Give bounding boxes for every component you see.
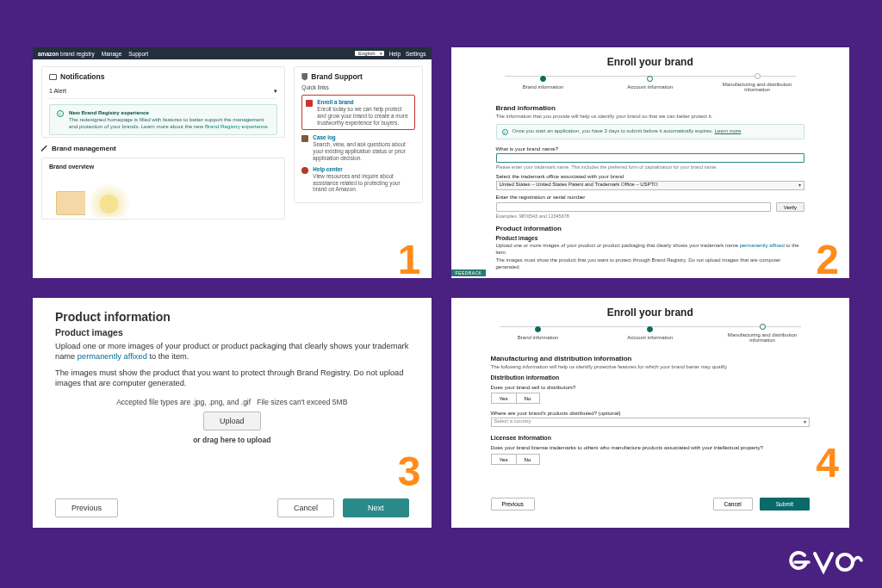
reg-serial-label: Enter the registration or serial number [496, 194, 805, 200]
next-button[interactable]: Next [343, 498, 409, 517]
enroll-icon [306, 100, 313, 107]
enroll-title: Enroll your brand [496, 56, 805, 68]
licensee-question: Does your brand license trademarks to ot… [491, 444, 811, 451]
step1-dot [540, 76, 546, 82]
no-button[interactable]: No [516, 454, 540, 465]
brand-logo: amazon brand registry [38, 51, 95, 57]
nav-help[interactable]: Help [389, 51, 401, 57]
step-number-1: 1 [398, 236, 421, 278]
panel-1-dashboard: amazon brand registry Manage Support Eng… [33, 47, 432, 278]
licensee-heading: Licensee information [491, 435, 811, 441]
notifications-card: Notifications 1 Alert ▾ New Brand Regist… [41, 66, 285, 138]
step-number-2: 2 [816, 236, 839, 278]
notifications-heading: Notifications [49, 72, 277, 81]
panel-3-product-images: Product information Product images Uploa… [33, 298, 432, 529]
brand-overview-card: Brand overview [41, 158, 285, 220]
product-images-p: Upload one or more images of your produc… [496, 243, 805, 256]
progress-steps: Brand information Account information Ma… [505, 73, 797, 92]
accepted-types: Accepted file types are .jpg, .png, and … [55, 398, 409, 406]
step3-dot [760, 324, 766, 330]
language-select[interactable]: English [355, 51, 384, 56]
quicklink-help-center[interactable]: Help centerView resources and inquire ab… [301, 166, 414, 193]
nav-manage[interactable]: Manage [102, 51, 122, 57]
eva-logo [789, 543, 863, 579]
cancel-button[interactable]: Cancel [277, 498, 334, 517]
distributed-where-label: Where are your brand's products distribu… [491, 410, 811, 416]
brand-info-sub: The information that you provide will he… [496, 114, 805, 119]
product-images-p2: The images must show the product that yo… [55, 368, 409, 389]
reg-serial-input[interactable] [496, 202, 771, 212]
panel-2-brand-info: Enroll your brand Brand information Acco… [451, 47, 850, 278]
progress-steps: Brand information Account information Ma… [500, 324, 802, 343]
learn-more-link[interactable]: Learn more [715, 128, 742, 133]
caselog-icon [301, 135, 308, 142]
step1-dot [535, 326, 541, 332]
pencil-icon [41, 145, 48, 152]
drag-label: or drag here to upload [55, 436, 409, 444]
step-number-4: 4 [816, 439, 839, 486]
verify-button[interactable]: Verify [776, 202, 804, 212]
nav-settings[interactable]: Settings [406, 51, 426, 57]
no-button[interactable]: No [516, 393, 540, 404]
step-number-3: 3 [398, 448, 421, 495]
previous-button[interactable]: Previous [491, 498, 535, 511]
tip-box: Once you start an application, you have … [496, 124, 805, 139]
new-experience-banner: New Brand Registry experience The redesi… [49, 104, 277, 135]
sell-distributors-label: Does your brand sell to distributors? [491, 384, 811, 390]
step2-dot [647, 76, 653, 82]
distribution-heading: Distribution information [491, 374, 811, 381]
check-icon [502, 129, 508, 135]
yes-button[interactable]: Yes [491, 393, 516, 404]
trademark-office-label: Select the trademark office associated w… [496, 173, 805, 179]
step3-dot [755, 73, 761, 79]
nav-support[interactable]: Support [128, 51, 148, 57]
licensee-toggle[interactable]: Yes No [491, 454, 811, 465]
feedback-tab[interactable]: FEEDBACK [451, 269, 487, 276]
enroll-title: Enroll your brand [491, 306, 811, 319]
manufacturing-heading: Manufacturing and distribution informati… [491, 355, 811, 362]
topbar: amazon brand registry Manage Support Eng… [33, 47, 432, 59]
product-info-heading: Product information [496, 225, 805, 232]
perm-affixed-link[interactable]: permanently affixed [78, 352, 147, 361]
quicklink-case-log[interactable]: Case logSearch, view, and ask questions … [301, 134, 414, 161]
brand-name-input[interactable] [496, 153, 805, 163]
product-info-heading: Product information [55, 310, 409, 324]
perm-affixed-link[interactable]: permanently affixed [740, 243, 785, 248]
step2-dot [647, 326, 653, 332]
quicklink-enroll-brand[interactable]: Enroll a brandEnroll today so we can hel… [301, 95, 414, 130]
brand-info-heading: Brand information [496, 104, 805, 112]
brand-support-heading: Brand Support [301, 72, 414, 81]
chevron-down-icon: ▾ [274, 88, 277, 95]
product-images-heading: Product images [55, 327, 409, 337]
country-select[interactable]: Select a country [491, 418, 811, 427]
trademark-office-select[interactable]: United States – United States Patent and… [496, 181, 805, 190]
brand-management-heading: Brand management [41, 145, 285, 152]
upload-button[interactable]: Upload [203, 412, 261, 430]
product-images-p1: Upload one or more images of your produc… [55, 341, 409, 362]
sell-distributors-toggle[interactable]: Yes No [491, 393, 811, 404]
yes-button[interactable]: Yes [491, 454, 516, 465]
brand-support-card: Brand Support Quick links Enroll a brand… [294, 66, 422, 203]
brand-name-hint: Please enter your trademark name. This i… [496, 164, 805, 170]
panel-4-manufacturing: Enroll your brand Brand information Acco… [451, 298, 850, 529]
previous-button[interactable]: Previous [55, 498, 118, 517]
overview-illustration [49, 174, 277, 219]
cancel-button[interactable]: Cancel [713, 498, 753, 511]
reg-examples: Examples: 9876543 and 12345678 [496, 214, 805, 219]
submit-button[interactable]: Submit [760, 498, 810, 511]
product-images-h: Product images [496, 235, 805, 241]
help-icon [301, 167, 308, 174]
learn-more-link[interactable]: Brand Registry experience. [205, 123, 270, 129]
manufacturing-sub: The following information will help us i… [491, 364, 811, 369]
brand-name-label: What is your brand name? [496, 145, 805, 152]
info-icon [57, 110, 64, 117]
alert-row[interactable]: 1 Alert ▾ [49, 84, 277, 99]
